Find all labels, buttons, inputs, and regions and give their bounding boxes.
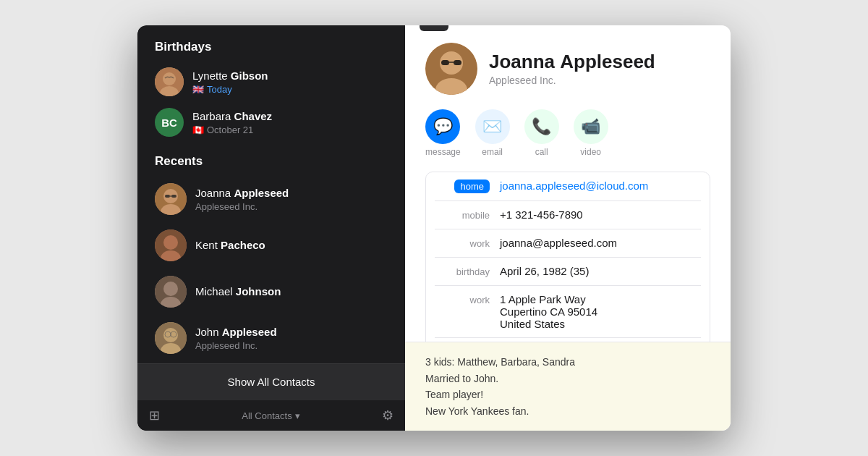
field-row-birthday: birthday April 26, 1982 (35) [435, 258, 701, 286]
recent-item-kent[interactable]: Kent Pacheco [137, 222, 405, 269]
app-container: Birthdays Lynette Gibson 🇬 [137, 25, 731, 431]
field-value-work-address: 1 Apple Park Way Cupertino CA 95014 Unit… [500, 293, 701, 330]
notes-section: 3 kids: Matthew, Barbara, Sandra Married… [405, 342, 731, 431]
bottom-bar: ⊞ All Contacts ▾ ⚙ [137, 400, 405, 431]
svg-rect-25 [454, 60, 461, 65]
svg-rect-24 [441, 60, 449, 65]
field-label-work-address: work [470, 294, 490, 305]
svg-point-13 [163, 282, 178, 296]
field-row-home-email: home joanna.appleseed@icloud.com [435, 172, 701, 201]
field-row-work-email: work joanna@appleseed.com [435, 229, 701, 258]
birthday-date-barbara: 🇨🇦 October 21 [192, 124, 388, 135]
action-email-label: email [482, 147, 503, 157]
svg-rect-6 [165, 195, 170, 198]
field-label-mobile: mobile [462, 209, 490, 221]
birthday-info-lynette: Lynette Gibson 🇬🇧 Today [192, 69, 388, 95]
contact-header-info: Joanna Appleseed Appleseed Inc. [489, 51, 655, 86]
right-panel: Joanna Appleseed Appleseed Inc. 💬 messag… [405, 25, 731, 431]
action-email-button[interactable]: ✉️ email [475, 109, 510, 157]
svg-point-10 [163, 235, 178, 250]
recent-name-john: John Appleseed [195, 326, 277, 339]
field-row-mobile: mobile +1 321-456-7890 [435, 201, 701, 229]
contact-company: Appleseed Inc. [489, 75, 655, 86]
field-label-col-work-address: work [435, 293, 500, 306]
field-value-birthday: April 26, 1982 (35) [500, 265, 701, 277]
recent-info-michael: Michael Johnson [195, 285, 281, 298]
birthday-date-lynette: 🇬🇧 Today [192, 84, 388, 95]
email-icon: ✉️ [475, 109, 510, 144]
recent-info-joanna: Joanna Appleseed Appleseed Inc. [195, 187, 289, 212]
contact-header: Joanna Appleseed Appleseed Inc. [425, 43, 710, 95]
action-message-label: message [425, 147, 461, 157]
call-icon: 📞 [524, 109, 559, 144]
notes-text: 3 kids: Matthew, Barbara, Sandra Married… [425, 356, 575, 416]
field-label-col-home: home [435, 180, 500, 193]
field-label-col-work-email: work [435, 237, 500, 250]
avatar-joanna-small [155, 183, 187, 215]
recent-name-joanna: Joanna Appleseed [195, 187, 289, 200]
field-label-birthday: birthday [456, 266, 490, 277]
message-icon: 💬 [425, 109, 460, 144]
action-message-button[interactable]: 💬 message [425, 109, 461, 157]
recent-item-john[interactable]: John Appleseed Appleseed Inc. [137, 315, 405, 361]
left-panel: Birthdays Lynette Gibson 🇬 [137, 25, 405, 431]
chevron-down-icon: ▾ [295, 410, 300, 421]
recent-info-kent: Kent Pacheco [195, 239, 265, 252]
recents-section: Recents [137, 154, 405, 361]
show-all-contacts-button[interactable]: Show All Contacts [137, 363, 405, 400]
avatar-kent [155, 229, 187, 261]
field-value-home-email[interactable]: joanna.appleseed@icloud.com [500, 180, 701, 192]
svg-point-1 [163, 72, 176, 85]
birthday-info-barbara: Barbara Chavez 🇨🇦 October 21 [192, 110, 388, 135]
all-contacts-dropdown[interactable]: All Contacts ▾ [242, 410, 299, 421]
recent-item-michael[interactable]: Michael Johnson [137, 269, 405, 315]
birthday-item-barbara[interactable]: BC Barbara Chavez 🇨🇦 October 21 [137, 102, 405, 143]
avatar-barbara: BC [155, 108, 184, 137]
field-label-home: home [454, 180, 490, 193]
field-label-col-mobile: mobile [435, 208, 500, 221]
action-video-button[interactable]: 📹 video [574, 109, 608, 157]
settings-icon[interactable]: ⚙ [382, 408, 393, 423]
sidebar-toggle-icon[interactable]: ⊞ [149, 408, 160, 423]
recent-name-kent: Kent Pacheco [195, 239, 265, 252]
birthday-name-lynette: Lynette Gibson [192, 69, 388, 83]
recent-item-joanna[interactable]: Joanna Appleseed Appleseed Inc. [137, 176, 405, 222]
avatar-michael [155, 276, 187, 308]
fields-container: home joanna.appleseed@icloud.com mobile … [425, 172, 710, 342]
recent-sub-joanna: Appleseed Inc. [195, 201, 289, 212]
avatar-lynette [155, 67, 184, 96]
recent-info-john: John Appleseed Appleseed Inc. [195, 326, 277, 351]
birthday-name-barbara: Barbara Chavez [192, 110, 388, 123]
action-video-label: video [580, 147, 601, 157]
avatar-john [155, 322, 187, 354]
recents-section-title: Recents [137, 154, 405, 176]
action-call-button[interactable]: 📞 call [524, 109, 559, 157]
birthdays-section-title: Birthdays [137, 40, 405, 62]
contact-full-name: Joanna Appleseed [489, 51, 655, 72]
all-contacts-label: All Contacts [242, 410, 292, 421]
field-row-work-address: work 1 Apple Park Way Cupertino CA 95014… [435, 286, 701, 338]
field-label-col-birthday: birthday [435, 265, 500, 278]
svg-rect-7 [171, 195, 176, 198]
contact-detail: Joanna Appleseed Appleseed Inc. 💬 messag… [405, 25, 731, 342]
action-buttons: 💬 message ✉️ email 📞 call 📹 video [425, 109, 710, 157]
field-value-work-email: joanna@appleseed.com [500, 237, 701, 249]
recent-name-michael: Michael Johnson [195, 285, 281, 298]
birthday-item-lynette[interactable]: Lynette Gibson 🇬🇧 Today [137, 62, 405, 102]
field-value-mobile: +1 321-456-7890 [500, 208, 701, 221]
video-icon: 📹 [574, 109, 608, 144]
recent-sub-john: Appleseed Inc. [195, 340, 277, 351]
left-content: Birthdays Lynette Gibson 🇬 [137, 25, 405, 363]
contact-avatar-large [425, 43, 477, 95]
action-call-label: call [535, 147, 548, 157]
field-label-work-email: work [470, 237, 490, 249]
